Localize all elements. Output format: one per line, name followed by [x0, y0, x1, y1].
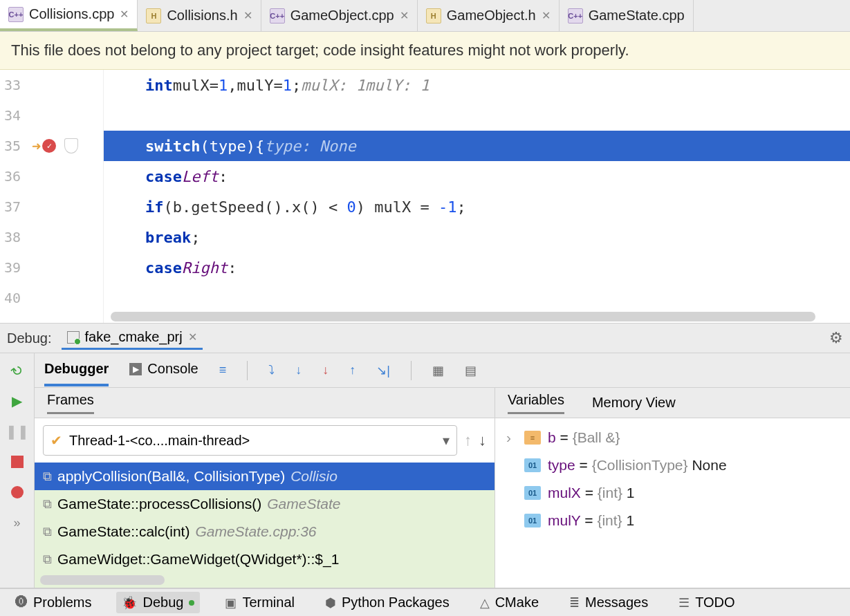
expand-icon[interactable]: ›: [506, 429, 517, 446]
problems-icon: ⓿: [15, 595, 28, 610]
tool-messages[interactable]: ≣ Messages: [564, 592, 654, 613]
code-line[interactable]: if (b.getSpeed().x() < 0) mulX = -1;: [104, 192, 850, 222]
pause-button[interactable]: ❚❚: [8, 422, 26, 440]
tool-todo[interactable]: ☰ TODO: [673, 592, 740, 613]
tab-label: GameObject.cpp: [290, 8, 394, 24]
frame-next-button[interactable]: ↓: [479, 431, 486, 449]
close-icon[interactable]: ✕: [542, 9, 551, 22]
struct-icon: ≡: [524, 431, 541, 445]
line-number: 33: [4, 77, 29, 93]
close-icon[interactable]: ✕: [120, 8, 129, 21]
line-number: 39: [4, 259, 29, 276]
editor-gutter: 33 34 35 ➜ ✓ 36 37 38 39 40: [0, 70, 104, 323]
editor-tab-gameobject-cpp[interactable]: C++ GameObject.cpp ✕: [261, 0, 418, 31]
tab-label: GameObject.h: [447, 8, 536, 24]
cpp-file-icon: C++: [270, 8, 285, 24]
debug-title: Debug:: [7, 330, 52, 346]
variables-tab[interactable]: Variables: [508, 392, 564, 414]
horizontal-scrollbar[interactable]: [40, 575, 165, 585]
tab-debugger[interactable]: Debugger: [44, 354, 109, 386]
tab-console[interactable]: ▶ Console: [129, 354, 198, 386]
editor-tab-gamestate-cpp[interactable]: C++ GameState.cpp: [560, 0, 694, 31]
tool-debug[interactable]: 🐞 Debug: [116, 592, 200, 613]
variable-row[interactable]: 01 type = {CollisionType} None: [495, 451, 850, 479]
messages-icon: ≣: [569, 595, 580, 610]
frames-tab-title[interactable]: Frames: [47, 392, 94, 414]
frame-icon: ⧉: [43, 497, 52, 512]
inline-hint: mulX: 1: [301, 77, 365, 94]
primitive-icon: 01: [524, 486, 541, 500]
frame-prev-button[interactable]: ↑: [464, 431, 472, 449]
resume-button[interactable]: ▶: [8, 392, 26, 410]
rerun-button[interactable]: ↻: [4, 358, 30, 384]
gear-icon[interactable]: ⚙: [829, 329, 843, 347]
separator: [247, 361, 248, 380]
code-line[interactable]: int mulX = 1, mulY = 1; mulX: 1 mulY: 1: [104, 70, 850, 100]
primitive-icon: 01: [524, 458, 541, 472]
run-to-cursor-icon[interactable]: ↘|: [376, 363, 390, 378]
chevron-down-icon: ▾: [443, 432, 450, 449]
editor-tab-collisions-cpp[interactable]: C++ Collisions.cpp ✕: [0, 0, 138, 31]
stop-button[interactable]: [8, 453, 26, 471]
code-area[interactable]: int mulX = 1, mulY = 1; mulX: 1 mulY: 1 …: [104, 70, 850, 323]
force-step-into-icon[interactable]: ↓: [322, 363, 329, 377]
warning-banner: This file does not belong to any project…: [0, 32, 850, 70]
execution-pointer-icon: ➜: [32, 138, 41, 155]
tab-label: GameState.cpp: [589, 8, 685, 24]
line-number: 35: [4, 138, 29, 154]
editor-tab-collisions-h[interactable]: H Collisions.h ✕: [138, 0, 261, 31]
frame-row[interactable]: ⧉ GameState::calc(int) GameState.cpp:36: [35, 518, 495, 545]
thread-selector[interactable]: ✔ Thread-1-<co....main-thread> ▾: [43, 425, 457, 456]
variable-row[interactable]: › ≡ b = {Ball &}: [495, 424, 850, 451]
code-line[interactable]: case Left:: [104, 161, 850, 192]
view-breakpoints-button[interactable]: [8, 483, 26, 501]
step-over-icon[interactable]: ⤵: [268, 363, 275, 377]
threads-icon[interactable]: ≡: [219, 363, 227, 377]
more-button[interactable]: »: [8, 514, 26, 532]
separator: [411, 361, 412, 380]
code-line[interactable]: [104, 100, 850, 131]
line-number: 38: [4, 229, 29, 245]
layout-settings-icon[interactable]: ▤: [465, 363, 477, 378]
tool-cmake[interactable]: △ CMake: [474, 592, 544, 613]
console-icon: ▶: [129, 363, 142, 375]
debug-body: ↻ ▶ ❚❚ » Debugger ▶ Console ≡ ⤵ ↓ ↓ ↑ ↘|…: [0, 353, 850, 588]
step-out-icon[interactable]: ↑: [349, 363, 355, 377]
app-icon: [67, 331, 80, 344]
variable-row[interactable]: 01 mulY = {int} 1: [495, 507, 850, 534]
cpp-file-icon: C++: [8, 7, 24, 22]
run-configuration[interactable]: fake_cmake_prj ✕: [62, 326, 203, 350]
inline-hint: type: None: [264, 138, 355, 155]
memory-view-tab[interactable]: Memory View: [592, 395, 676, 411]
code-line[interactable]: [104, 283, 850, 313]
package-icon: ⬢: [325, 595, 336, 610]
code-line[interactable]: case Right:: [104, 252, 850, 283]
tool-terminal[interactable]: ▣ Terminal: [219, 592, 300, 613]
frame-row[interactable]: ⧉ applyCollision(Ball&, CollisionType) C…: [35, 463, 495, 490]
line-number: 34: [4, 107, 29, 124]
variable-row[interactable]: 01 mulX = {int} 1: [495, 479, 850, 507]
horizontal-scrollbar[interactable]: [111, 312, 815, 321]
frames-header: Frames: [35, 388, 495, 418]
frames-list: ⧉ applyCollision(Ball&, CollisionType) C…: [35, 463, 495, 588]
breakpoint-icon[interactable]: ✓: [42, 139, 56, 153]
tool-python-packages[interactable]: ⬢ Python Packages: [320, 592, 455, 613]
close-icon[interactable]: ✕: [243, 9, 252, 22]
frame-row[interactable]: ⧉ GameWidget::GameWidget(QWidget*)::$_1: [35, 545, 495, 573]
h-file-icon: H: [146, 8, 161, 24]
frames-pane: Frames ✔ Thread-1-<co....main-thread> ▾ …: [35, 388, 495, 588]
close-icon[interactable]: ✕: [188, 330, 197, 344]
tool-problems[interactable]: ⓿ Problems: [10, 592, 97, 613]
frame-icon: ⧉: [43, 525, 52, 539]
step-into-icon[interactable]: ↓: [295, 363, 302, 377]
editor-tab-gameobject-h[interactable]: H GameObject.h ✕: [418, 0, 560, 31]
code-line-current[interactable]: switch (type) { type: None: [104, 131, 850, 161]
code-line[interactable]: break;: [104, 222, 850, 252]
thread-selector-row: ✔ Thread-1-<co....main-thread> ▾ ↑ ↓: [35, 418, 495, 463]
shield-icon: [64, 138, 78, 153]
line-number: 40: [4, 290, 29, 306]
debug-toolbar: Debug: fake_cmake_prj ✕ ⚙: [0, 323, 850, 353]
close-icon[interactable]: ✕: [400, 9, 409, 22]
evaluate-expression-icon[interactable]: ▦: [432, 363, 444, 378]
frame-row[interactable]: ⧉ GameState::processCollisions() GameSta…: [35, 490, 495, 518]
